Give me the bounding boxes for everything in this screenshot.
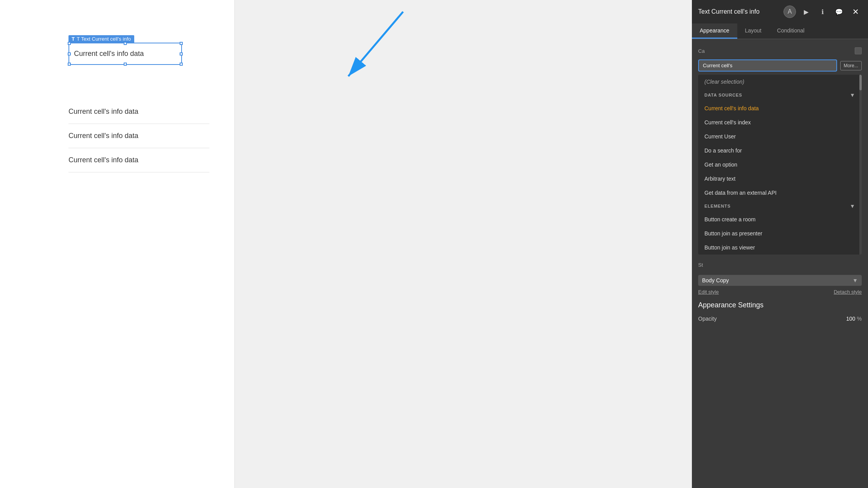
opacity-row: Opacity 100 % (698, 312, 862, 325)
scrollbar-thumb[interactable] (859, 75, 862, 90)
tab-appearance[interactable]: Appearance (692, 23, 737, 39)
dropdown-item-do-search[interactable]: Do a search for (698, 144, 862, 158)
dropdown-list: (Clear selection) DATA SOURCES ▼ Current… (698, 75, 862, 255)
detach-style-link[interactable]: Detach style (834, 289, 862, 295)
resize-handle-tr[interactable] (180, 42, 183, 45)
dropdown-item-current-user[interactable]: Current User (698, 129, 862, 144)
canvas-area: T T Text Current cell's info Current cel… (0, 0, 235, 488)
list-item: Current cell's info data (68, 124, 209, 148)
panel-header-icons: A ▶ ℹ 💬 ✕ (783, 5, 862, 18)
chat-button[interactable]: 💬 (833, 5, 845, 18)
close-button[interactable]: ✕ (849, 5, 862, 18)
panel-content: Ca More... (Clear selection) DATA SOURCE… (692, 39, 868, 488)
checkbox-ca[interactable] (855, 47, 862, 54)
field-label-st: St (698, 262, 718, 268)
play-icon: ▶ (804, 8, 809, 16)
resize-handle-bm[interactable] (124, 63, 127, 66)
more-button[interactable]: More... (840, 61, 862, 70)
canvas-element-text: Current cell's info data (74, 50, 144, 57)
opacity-value: 100 (846, 316, 855, 322)
close-icon: ✕ (852, 7, 859, 16)
svg-line-1 (348, 12, 403, 76)
search-field-row: More... (698, 59, 862, 72)
appearance-settings-title: Appearance Settings (698, 296, 862, 312)
dropdown-item-button-join-viewer[interactable]: Button join as viewer (698, 240, 862, 255)
body-copy-row[interactable]: Body Copy ▼ (698, 275, 862, 286)
opacity-percent: % (857, 316, 862, 322)
avatar-icon-button[interactable]: A (783, 5, 796, 18)
edit-style-link[interactable]: Edit style (698, 289, 719, 295)
info-icon: ℹ (821, 8, 824, 16)
section-chevron-icon: ▼ (850, 92, 855, 98)
dropdown-item-arbitrary-text[interactable]: Arbitrary text (698, 172, 862, 186)
dropdown-section-elements: ELEMENTS ▼ (698, 200, 862, 212)
style-links-row: Edit style Detach style (698, 289, 862, 295)
field-row-st: St (698, 258, 862, 272)
element-label-text: T Text Current cell's info (77, 36, 131, 42)
annotation-arrow (235, 0, 430, 196)
resize-handle-tl[interactable] (68, 42, 71, 45)
resize-handle-tm[interactable] (124, 42, 127, 45)
dropdown-item-get-option[interactable]: Get an option (698, 158, 862, 172)
dropdown-item-current-cell-index[interactable]: Current cell's index (698, 115, 862, 129)
text-type-icon: T (72, 36, 75, 42)
body-copy-chevron-icon: ▼ (852, 277, 858, 283)
panel: Text Current cell's info A ▶ ℹ 💬 ✕ Appea… (692, 0, 868, 488)
resize-handle-mr[interactable] (180, 52, 183, 56)
dropdown-item-get-external-api[interactable]: Get data from an external API (698, 186, 862, 200)
dropdown-item-button-create-room[interactable]: Button create a room (698, 212, 862, 226)
resize-handle-ml[interactable] (68, 52, 71, 56)
body-copy-label: Body Copy (702, 277, 729, 283)
canvas-list-container: Current cell's info data Current cell's … (68, 100, 209, 172)
dropdown-search-input[interactable] (698, 59, 837, 72)
opacity-label: Opacity (698, 316, 717, 322)
info-button[interactable]: ℹ (816, 5, 829, 18)
resize-handle-br[interactable] (180, 63, 183, 66)
scrollbar-track (859, 75, 862, 255)
section-elements-chevron-icon: ▼ (850, 203, 855, 209)
tab-layout[interactable]: Layout (737, 23, 769, 39)
field-row-ca: Ca (698, 44, 862, 58)
resize-handle-bl[interactable] (68, 63, 71, 66)
dropdown-item-button-join-presenter[interactable]: Button join as presenter (698, 226, 862, 240)
dropdown-item-current-cell-info[interactable]: Current cell's info data (698, 101, 862, 115)
list-item: Current cell's info data (68, 148, 209, 172)
dropdown-container: More... (Clear selection) DATA SOURCES ▼… (698, 59, 862, 255)
element-box[interactable]: Current cell's info data (68, 43, 182, 65)
dropdown-section-data-sources: DATA SOURCES ▼ (698, 89, 862, 101)
play-button[interactable]: ▶ (800, 5, 812, 18)
field-label-ca: Ca (698, 48, 718, 54)
panel-title: Text Current cell's info (698, 8, 760, 15)
list-item: Current cell's info data (68, 100, 209, 124)
tab-conditional[interactable]: Conditional (769, 23, 812, 39)
dropdown-clear-item[interactable]: (Clear selection) (698, 75, 862, 89)
panel-tabs: Appearance Layout Conditional (692, 23, 868, 39)
panel-header: Text Current cell's info A ▶ ℹ 💬 ✕ (692, 0, 868, 23)
chat-icon: 💬 (835, 8, 843, 16)
avatar-letter: A (788, 8, 792, 15)
canvas-selected-element[interactable]: T T Text Current cell's info Current cel… (68, 35, 182, 65)
